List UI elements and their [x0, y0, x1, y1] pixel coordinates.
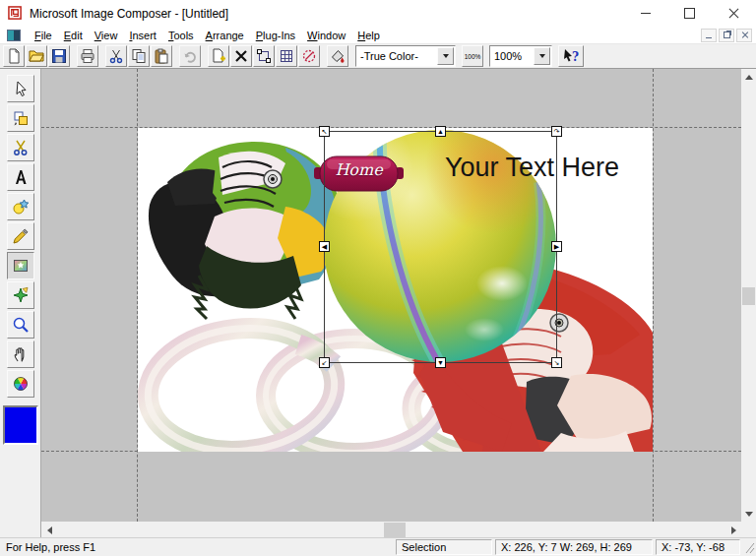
selection-handle-middle-right[interactable]: ▶ [551, 241, 562, 252]
status-bar: For Help, press F1 Selection X: 226, Y: … [0, 537, 756, 556]
scroll-down-button[interactable] [741, 506, 756, 522]
save-button[interactable] [48, 45, 70, 67]
menu-edit[interactable]: Edit [58, 29, 89, 42]
selection-handle-top-center[interactable]: ▲ [435, 126, 446, 137]
context-help-button[interactable]: ? [558, 45, 584, 67]
color-format-dropdown[interactable]: -True Color- [355, 45, 456, 67]
vertical-scroll-thumb[interactable] [742, 287, 755, 305]
pan-tool[interactable] [7, 340, 34, 368]
doc-minimize-button[interactable] [701, 29, 717, 42]
print-icon [80, 48, 95, 64]
new-document-icon [6, 48, 22, 64]
doc-minimize-icon [706, 37, 712, 38]
paste-clipboard-icon [154, 48, 169, 64]
select-all-button[interactable] [253, 45, 275, 67]
delete-button[interactable] [230, 45, 252, 67]
art-effects-tool[interactable] [7, 252, 34, 279]
paint-bucket-icon [330, 48, 346, 64]
doc-restore-icon [724, 31, 730, 38]
chevron-down-icon[interactable] [534, 47, 550, 65]
scroll-left-button[interactable] [41, 522, 57, 538]
current-color-swatch[interactable] [3, 405, 38, 445]
scroll-up-button[interactable] [741, 69, 756, 85]
close-button[interactable] [712, 0, 756, 27]
open-button[interactable] [26, 45, 47, 67]
insert-image-icon [211, 48, 226, 64]
title-bar: Microsoft Image Composer - [Untitled] [0, 0, 756, 27]
paste-button[interactable] [151, 45, 172, 67]
menu-plugins[interactable]: Plug-Ins [250, 29, 301, 42]
menu-help[interactable]: Help [351, 29, 386, 42]
vertical-scrollbar[interactable] [741, 69, 756, 522]
cut-scissors-icon [108, 48, 124, 64]
horizontal-scroll-thumb[interactable] [384, 523, 406, 537]
insert-image-button[interactable] [208, 45, 229, 67]
select-all-icon [256, 48, 272, 64]
workspace[interactable]: Your Text Here Home ↖ ▲ ↷ ◀ ▶ ↙ ▼ ↘ [41, 69, 741, 522]
document-icon[interactable] [7, 30, 21, 41]
zoom-dropdown[interactable]: 100% [489, 45, 552, 67]
status-help-text: For Help, press F1 [0, 539, 393, 555]
document-window-controls [701, 29, 752, 42]
scroll-left-icon [47, 526, 52, 534]
menu-view[interactable]: View [89, 29, 124, 42]
resize-grip[interactable] [743, 540, 755, 554]
doc-close-icon [741, 31, 748, 38]
scroll-right-button[interactable] [725, 522, 741, 538]
new-button[interactable] [3, 45, 25, 67]
app-icon [8, 6, 23, 21]
selection-handle-bottom-left[interactable]: ↙ [319, 357, 330, 368]
texture-transfer-tool[interactable] [7, 281, 34, 309]
text-tool[interactable] [7, 163, 34, 191]
copy-button[interactable] [128, 45, 150, 67]
scrollbar-corner [741, 522, 756, 538]
help-pointer-icon: ? [562, 48, 580, 64]
selection-handle-bottom-right[interactable]: ↘ [551, 357, 562, 368]
menu-tools[interactable]: Tools [162, 29, 200, 42]
menu-window[interactable]: Window [301, 29, 351, 42]
selection-rectangle[interactable]: ↖ ▲ ↷ ◀ ▶ ↙ ▼ ↘ [324, 131, 557, 363]
color-picker-tool[interactable] [7, 370, 34, 398]
pan-hand-icon [12, 345, 30, 363]
doc-restore-button[interactable] [719, 29, 734, 42]
cutout-tool[interactable] [7, 134, 34, 161]
menu-file[interactable]: File [29, 29, 58, 42]
menu-arrange[interactable]: Arrange [200, 29, 250, 42]
grid-select-button[interactable] [276, 45, 297, 67]
selection-handle-middle-left[interactable]: ◀ [319, 241, 330, 252]
color-fill-button[interactable] [327, 45, 348, 67]
selection-handle-top-left[interactable]: ↖ [319, 126, 330, 137]
selection-handle-top-right[interactable]: ↷ [551, 126, 562, 137]
shapes-tool[interactable] [7, 193, 34, 220]
arrange-icon [12, 109, 30, 127]
actual-size-button[interactable]: 100% [462, 45, 483, 67]
clear-selection-button[interactable] [298, 45, 320, 67]
paint-tool[interactable] [7, 222, 34, 250]
text-icon [12, 168, 30, 186]
scroll-up-icon [745, 75, 753, 80]
zoom-tool[interactable] [7, 311, 34, 339]
texture-transfer-icon [12, 286, 30, 304]
open-folder-icon [29, 48, 44, 64]
magnifier-icon [12, 316, 30, 334]
print-button[interactable] [77, 45, 98, 67]
status-cursor-position: X: -73, Y: -68 [656, 539, 740, 555]
doc-close-button[interactable] [736, 29, 752, 42]
chevron-down-icon[interactable] [437, 47, 454, 65]
maximize-button[interactable] [667, 0, 712, 27]
undo-button[interactable] [179, 45, 201, 67]
menu-bar: File Edit View Insert Tools Arrange Plug… [0, 27, 756, 44]
selection-handle-bottom-center[interactable]: ▼ [435, 357, 446, 368]
menu-insert[interactable]: Insert [123, 29, 162, 42]
minimize-button[interactable] [623, 0, 667, 27]
left-macaw-sprite[interactable] [149, 142, 339, 319]
minimize-icon [641, 13, 651, 14]
horizontal-scrollbar[interactable] [41, 522, 741, 538]
arrange-tool[interactable] [7, 104, 34, 132]
select-tool[interactable] [7, 75, 34, 102]
undo-icon [182, 48, 198, 64]
cut-button[interactable] [105, 45, 127, 67]
copy-icon [131, 48, 147, 64]
select-arrow-icon [12, 80, 30, 97]
status-tool-mode: Selection [396, 539, 492, 555]
